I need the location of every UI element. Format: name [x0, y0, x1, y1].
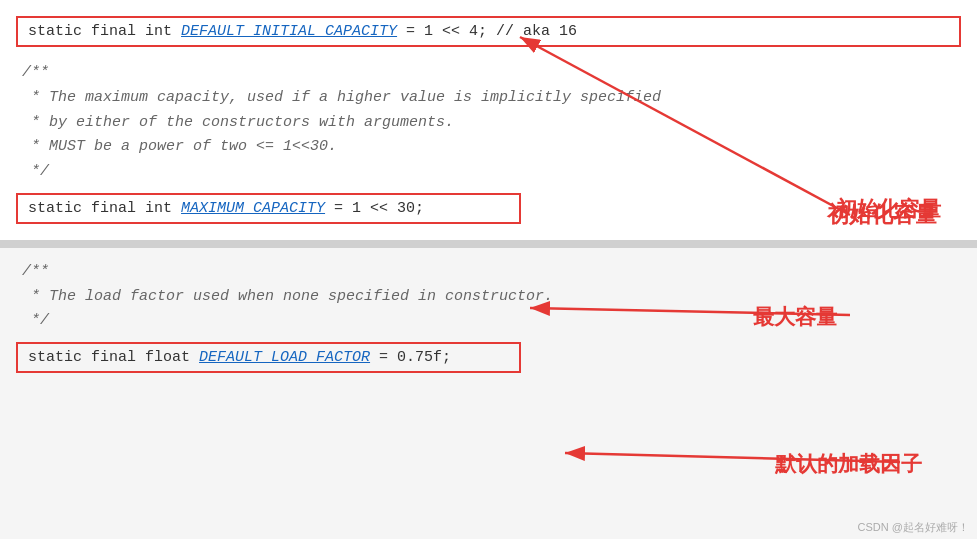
code-box-3: static final float DEFAULT_LOAD_FACTOR =…	[16, 342, 521, 373]
code-line-1: static final int DEFAULT_INITIAL_CAPACIT…	[28, 23, 577, 40]
comment-line-1: /**	[22, 61, 955, 86]
watermark: CSDN @起名好难呀！	[858, 520, 969, 535]
annotation-load-factor-label: 默认的加载因子	[775, 450, 922, 478]
annotation-max-capacity-label: 最大容量	[753, 303, 837, 331]
code-box-2: static final int MAXIMUM_CAPACITY = 1 <<…	[16, 193, 521, 224]
comment-line-3: * by either of the constructors with arg…	[22, 111, 955, 136]
comment-block-1: /** * The maximum capacity, used if a hi…	[0, 57, 977, 189]
code-line-2: static final int MAXIMUM_CAPACITY = 1 <<…	[28, 200, 424, 217]
annotation-init-capacity-label: 初始化容量	[836, 195, 941, 223]
code-box-1: static final int DEFAULT_INITIAL_CAPACIT…	[16, 16, 961, 47]
constant-name-1: DEFAULT_INITIAL_CAPACITY	[181, 23, 397, 40]
comment-line-4: * MUST be a power of two <= 1<<30.	[22, 135, 955, 160]
comment-line-5: */	[22, 160, 955, 185]
constant-name-3: DEFAULT_LOAD_FACTOR	[199, 349, 370, 366]
comment-line-6: /**	[22, 260, 955, 285]
constant-name-2: MAXIMUM_CAPACITY	[181, 200, 325, 217]
code-line-3: static final float DEFAULT_LOAD_FACTOR =…	[28, 349, 451, 366]
divider	[0, 240, 977, 248]
comment-line-2: * The maximum capacity, used if a higher…	[22, 86, 955, 111]
comment-text-1: /** * The maximum capacity, used if a hi…	[22, 61, 955, 185]
page-wrapper: static final int DEFAULT_INITIAL_CAPACIT…	[0, 0, 977, 539]
